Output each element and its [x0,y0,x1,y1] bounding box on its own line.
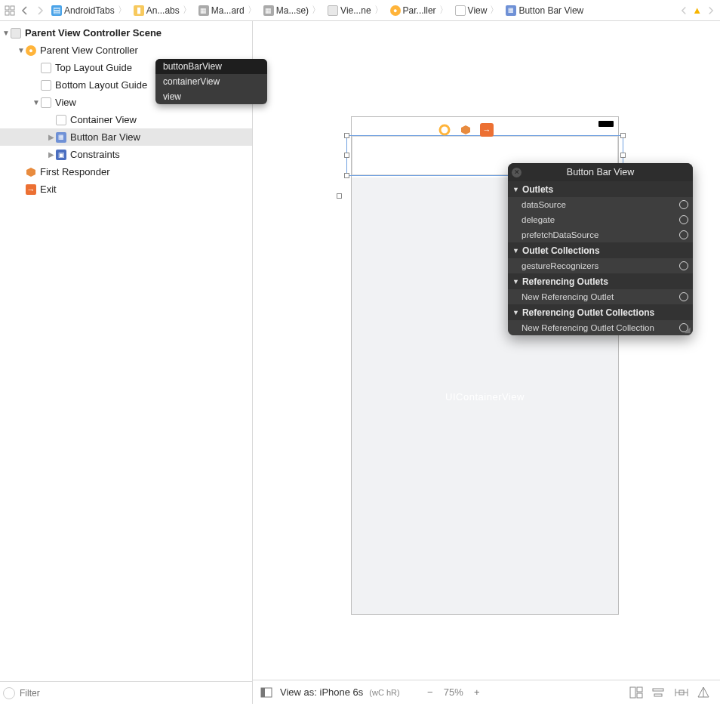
disclosure-icon[interactable]: ▶ [47,133,56,141]
outline-constraints[interactable]: ▶ ▣ Constraints [0,146,252,163]
issues-back[interactable] [677,4,691,17]
connections-panel[interactable]: ✕ Button Bar View ▼Outlets dataSource de… [508,163,693,335]
resize-handle[interactable] [344,173,349,178]
container-placeholder: UIContainerView [352,391,618,403]
outlet-autocomplete-popover: buttonBarView containerView view [155,59,267,104]
document-outline: ▼ Parent View Controller Scene ▼ ● Paren… [0,21,253,704]
layoutguide-icon [41,63,51,73]
forward-button[interactable] [33,4,47,17]
svg-rect-0 [5,6,9,10]
jump-bar: ▤AndroidTabs〉 ▮An...abs〉 ▦Ma...ard〉 ▦Ma.… [0,0,720,21]
crumb-folder[interactable]: ▮An...abs〉 [131,4,195,17]
exit-icon: → [26,184,36,195]
connection-ring-icon[interactable] [679,261,688,270]
crumb-buttonbar[interactable]: ▦Button Bar View [503,5,586,16]
outline-container-view[interactable]: Container View [0,111,252,128]
crumb-file-1[interactable]: ▦Ma...ard〉 [195,4,260,17]
filter-input[interactable] [18,687,249,699]
crumb-controller[interactable]: ●Par...ller〉 [387,4,452,17]
outline-buttonbar-view[interactable]: ▶ ▦ Button Bar View [0,128,252,146]
exit-icon[interactable]: → [480,123,494,137]
pin-button[interactable] [675,686,691,699]
filter-scope-icon[interactable] [3,687,15,699]
popover-item[interactable]: containerView [155,74,267,89]
connection-ring-icon[interactable] [679,215,688,224]
zoom-in-button[interactable]: + [469,685,485,700]
connection-item[interactable]: gestureRecognizers [508,258,693,273]
connections-title: Button Bar View [508,167,693,177]
embed-in-button[interactable] [629,686,646,699]
disclosure-icon[interactable]: ▼ [17,46,26,54]
storyboard-icon: ▦ [198,5,209,16]
view-as-label[interactable]: View as: iPhone 6s [280,686,363,698]
layoutguide-icon [41,80,51,91]
crumb-scene[interactable]: Vie...ne〉 [325,4,386,17]
connections-section[interactable]: ▼Referencing Outlet Collections [508,304,693,320]
warning-icon[interactable]: ▲ [692,5,702,16]
connection-ring-icon[interactable] [679,230,688,239]
issues-forward[interactable] [703,4,717,17]
outline-filter [0,681,252,704]
firstresponder-icon [26,167,36,177]
crumb-file-2[interactable]: ▦Ma...se)〉 [260,4,325,17]
align-button[interactable] [652,686,669,699]
svg-rect-6 [261,688,265,697]
canvas-bottom-bar: View as: iPhone 6s (wC hR) − 75% + [253,680,720,704]
outline-exit[interactable]: → Exit [0,180,252,198]
constraints-icon: ▣ [56,150,66,160]
svg-rect-3 [11,11,14,15]
svg-rect-8 [637,687,642,692]
scene-header[interactable]: ▼ Parent View Controller Scene [0,24,252,42]
disclosure-icon[interactable]: ▼ [32,98,41,106]
zoom-out-button[interactable]: − [423,685,438,700]
connections-section[interactable]: ▼Outlets [508,181,693,197]
related-items-button[interactable] [3,4,17,17]
connection-ring-icon[interactable] [679,200,688,209]
connection-item[interactable]: prefetchDataSource [508,227,693,242]
resize-handle[interactable] [620,133,626,138]
resolve-issues-button[interactable] [697,686,714,699]
connection-item[interactable]: dataSource [508,197,693,212]
interface-builder-canvas[interactable]: → UIContainerView [253,21,720,704]
svg-rect-7 [630,687,635,698]
view-icon [41,97,51,108]
project-icon: ▤ [51,5,62,16]
firstresponder-icon[interactable] [459,123,472,137]
connection-item[interactable]: New Referencing Outlet [508,289,693,304]
collectionview-icon: ▦ [506,5,516,16]
battery-icon [598,121,614,127]
resize-handle[interactable] [337,193,342,199]
back-button[interactable] [18,4,32,17]
disclosure-icon: ▼ [512,278,519,285]
storyboard-icon: ▦ [263,5,274,16]
popover-item[interactable]: view [155,89,267,104]
collectionview-icon: ▦ [56,132,66,143]
resize-grip-icon[interactable]: ◢ [685,325,691,334]
close-button[interactable]: ✕ [512,168,522,177]
outline-first-responder[interactable]: First Responder [0,163,252,180]
disclosure-icon: ▼ [512,309,519,316]
scene-dock: → [438,123,494,137]
crumb-view[interactable]: View〉 [452,4,503,17]
disclosure-icon[interactable]: ▶ [47,150,56,159]
popover-item[interactable]: buttonBarView [155,59,267,74]
zoom-label[interactable]: 75% [444,686,463,698]
size-class-label: (wC hR) [369,688,399,697]
disclosure-icon: ▼ [512,247,519,254]
connection-ring-icon[interactable] [679,292,688,301]
connections-section[interactable]: ▼Referencing Outlets [508,273,693,289]
outline-parent-vc[interactable]: ▼ ● Parent View Controller [0,42,252,59]
resize-handle[interactable] [344,133,349,138]
scene-icon [11,28,21,39]
toggle-outline-button[interactable] [259,685,274,700]
disclosure-icon[interactable]: ▼ [2,29,11,37]
disclosure-icon: ▼ [512,186,519,193]
scene-icon [328,5,338,16]
resize-handle[interactable] [344,153,349,158]
connection-item[interactable]: New Referencing Outlet Collection [508,320,693,335]
viewcontroller-icon[interactable] [438,123,451,137]
resize-handle[interactable] [620,153,626,158]
connections-section[interactable]: ▼Outlet Collections [508,242,693,258]
connection-item[interactable]: delegate [508,212,693,227]
crumb-project[interactable]: ▤AndroidTabs〉 [48,4,131,17]
